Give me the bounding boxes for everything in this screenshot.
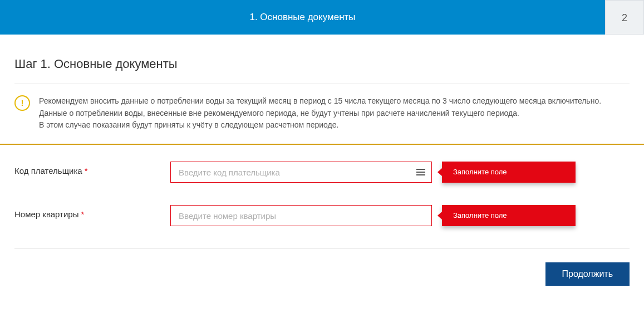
required-mark: * bbox=[81, 209, 84, 219]
notice-text: Рекомендуем вносить данные о потреблении… bbox=[39, 95, 601, 131]
stepper: 1. Основные документы 2 bbox=[0, 0, 644, 35]
form-panel: Шаг 1. Основные документы ! Рекомендуем … bbox=[0, 57, 644, 302]
actions-bar: Продолжить bbox=[14, 262, 630, 302]
payer-code-error: Заполните поле bbox=[442, 162, 576, 183]
notice-line-1: Рекомендуем вносить данные о потреблении… bbox=[39, 95, 601, 108]
payer-code-label: Код плательщика bbox=[14, 166, 82, 175]
payer-code-input-wrap bbox=[170, 162, 432, 183]
warning-icon: ! bbox=[14, 95, 30, 111]
required-mark: * bbox=[85, 166, 88, 175]
menu-icon[interactable] bbox=[416, 169, 425, 175]
divider bbox=[14, 248, 630, 249]
apartment-error: Заполните поле bbox=[442, 205, 576, 226]
notice-line-3: В этом случае показания будут приняты к … bbox=[39, 119, 601, 131]
payer-code-label-wrap: Код плательщика* bbox=[14, 162, 170, 175]
step-inactive[interactable]: 2 bbox=[605, 0, 644, 35]
notice-line-2: Данные о потреблении воды, внесенные вне… bbox=[39, 108, 601, 120]
apartment-row: Номер квартиры* Заполните поле bbox=[14, 205, 630, 226]
apartment-label-wrap: Номер квартиры* bbox=[14, 205, 170, 219]
apartment-input[interactable] bbox=[170, 205, 432, 226]
notice-block: ! Рекомендуем вносить данные о потреблен… bbox=[14, 84, 630, 144]
apartment-label: Номер квартиры bbox=[14, 209, 78, 219]
gold-divider bbox=[0, 144, 644, 145]
payer-code-input[interactable] bbox=[170, 162, 432, 183]
page-title: Шаг 1. Основные документы bbox=[14, 57, 630, 84]
apartment-input-wrap bbox=[170, 205, 432, 226]
step-active[interactable]: 1. Основные документы bbox=[0, 0, 605, 35]
payer-code-row: Код плательщика* Заполните поле bbox=[14, 162, 630, 183]
continue-button[interactable]: Продолжить bbox=[545, 262, 630, 286]
